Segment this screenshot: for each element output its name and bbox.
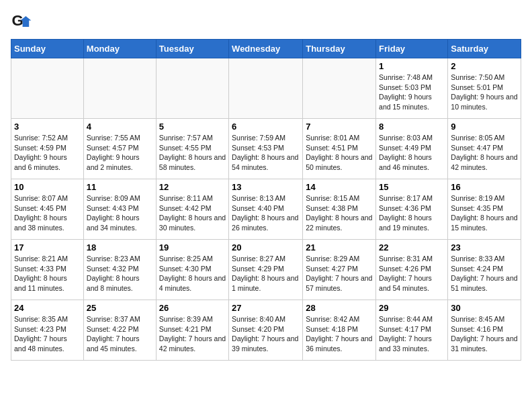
day-info: Sunrise: 8:17 AM Sunset: 4:36 PM Dayligh… [379, 193, 445, 233]
calendar-cell [11, 58, 84, 119]
calendar-table: SundayMondayTuesdayWednesdayThursdayFrid… [11, 39, 521, 361]
calendar-cell: 18Sunrise: 8:23 AM Sunset: 4:32 PM Dayli… [83, 240, 156, 300]
day-number: 24 [14, 303, 81, 313]
day-info: Sunrise: 7:48 AM Sunset: 5:03 PM Dayligh… [379, 73, 445, 112]
day-info: Sunrise: 8:03 AM Sunset: 4:49 PM Dayligh… [379, 133, 445, 173]
calendar-week-row: 1Sunrise: 7:48 AM Sunset: 5:03 PM Daylig… [11, 58, 521, 119]
calendar-cell: 8Sunrise: 8:03 AM Sunset: 4:49 PM Daylig… [376, 119, 448, 179]
day-info: Sunrise: 8:25 AM Sunset: 4:30 PM Dayligh… [159, 254, 226, 293]
day-info: Sunrise: 8:11 AM Sunset: 4:42 PM Dayligh… [159, 193, 226, 233]
day-number: 9 [451, 122, 518, 132]
day-info: Sunrise: 8:45 AM Sunset: 4:16 PM Dayligh… [451, 314, 518, 354]
day-number: 11 [87, 182, 153, 192]
weekday-header: Thursday [303, 40, 376, 58]
day-info: Sunrise: 8:42 AM Sunset: 4:18 PM Dayligh… [306, 314, 373, 354]
day-info: Sunrise: 8:09 AM Sunset: 4:43 PM Dayligh… [87, 193, 153, 233]
calendar-cell: 12Sunrise: 8:11 AM Sunset: 4:42 PM Dayli… [156, 179, 228, 240]
calendar-week-row: 10Sunrise: 8:07 AM Sunset: 4:45 PM Dayli… [11, 179, 521, 240]
day-info: Sunrise: 7:52 AM Sunset: 4:59 PM Dayligh… [14, 133, 81, 173]
day-info: Sunrise: 8:15 AM Sunset: 4:38 PM Dayligh… [306, 193, 373, 233]
calendar-cell: 7Sunrise: 8:01 AM Sunset: 4:51 PM Daylig… [303, 119, 376, 179]
calendar-cell: 25Sunrise: 8:37 AM Sunset: 4:22 PM Dayli… [83, 300, 156, 361]
day-number: 16 [451, 182, 518, 192]
calendar-cell: 6Sunrise: 7:59 AM Sunset: 4:53 PM Daylig… [229, 119, 303, 179]
day-number: 27 [232, 303, 300, 313]
logo-icon: G [11, 11, 32, 32]
day-info: Sunrise: 8:27 AM Sunset: 4:29 PM Dayligh… [232, 254, 300, 293]
calendar-cell: 10Sunrise: 8:07 AM Sunset: 4:45 PM Dayli… [11, 179, 84, 240]
day-info: Sunrise: 8:33 AM Sunset: 4:24 PM Dayligh… [451, 254, 518, 293]
calendar-cell: 3Sunrise: 7:52 AM Sunset: 4:59 PM Daylig… [11, 119, 84, 179]
day-info: Sunrise: 7:55 AM Sunset: 4:57 PM Dayligh… [87, 133, 153, 173]
day-number: 6 [232, 122, 300, 132]
calendar-cell: 29Sunrise: 8:44 AM Sunset: 4:17 PM Dayli… [376, 300, 448, 361]
day-number: 10 [14, 182, 81, 192]
calendar-cell: 26Sunrise: 8:39 AM Sunset: 4:21 PM Dayli… [156, 300, 228, 361]
calendar-week-row: 17Sunrise: 8:21 AM Sunset: 4:33 PM Dayli… [11, 240, 521, 300]
calendar-cell: 19Sunrise: 8:25 AM Sunset: 4:30 PM Dayli… [156, 240, 228, 300]
day-info: Sunrise: 7:59 AM Sunset: 4:53 PM Dayligh… [232, 133, 300, 173]
day-number: 5 [159, 122, 226, 132]
calendar-cell: 30Sunrise: 8:45 AM Sunset: 4:16 PM Dayli… [448, 300, 521, 361]
calendar-cell: 13Sunrise: 8:13 AM Sunset: 4:40 PM Dayli… [229, 179, 303, 240]
day-info: Sunrise: 8:39 AM Sunset: 4:21 PM Dayligh… [159, 314, 226, 354]
day-number: 15 [379, 182, 445, 192]
day-info: Sunrise: 8:23 AM Sunset: 4:32 PM Dayligh… [87, 254, 153, 293]
logo: G [11, 11, 36, 32]
calendar-cell: 22Sunrise: 8:31 AM Sunset: 4:26 PM Dayli… [376, 240, 448, 300]
day-info: Sunrise: 8:21 AM Sunset: 4:33 PM Dayligh… [14, 254, 81, 293]
calendar-week-row: 24Sunrise: 8:35 AM Sunset: 4:23 PM Dayli… [11, 300, 521, 361]
day-info: Sunrise: 8:07 AM Sunset: 4:45 PM Dayligh… [14, 193, 81, 233]
weekday-header: Wednesday [229, 40, 303, 58]
day-number: 21 [306, 242, 373, 253]
day-number: 20 [232, 242, 300, 253]
calendar-cell: 2Sunrise: 7:50 AM Sunset: 5:01 PM Daylig… [448, 58, 521, 119]
calendar-cell: 23Sunrise: 8:33 AM Sunset: 4:24 PM Dayli… [448, 240, 521, 300]
weekday-header-row: SundayMondayTuesdayWednesdayThursdayFrid… [11, 40, 521, 58]
day-number: 3 [14, 122, 81, 132]
day-number: 7 [306, 122, 373, 132]
day-number: 30 [451, 303, 518, 313]
calendar-cell [156, 58, 228, 119]
weekday-header: Tuesday [156, 40, 228, 58]
day-info: Sunrise: 8:44 AM Sunset: 4:17 PM Dayligh… [379, 314, 445, 354]
day-info: Sunrise: 8:31 AM Sunset: 4:26 PM Dayligh… [379, 254, 445, 293]
calendar-cell: 27Sunrise: 8:40 AM Sunset: 4:20 PM Dayli… [229, 300, 303, 361]
day-number: 14 [306, 182, 373, 192]
weekday-header: Friday [376, 40, 448, 58]
calendar-cell [303, 58, 376, 119]
day-info: Sunrise: 8:29 AM Sunset: 4:27 PM Dayligh… [306, 254, 373, 293]
calendar-cell: 20Sunrise: 8:27 AM Sunset: 4:29 PM Dayli… [229, 240, 303, 300]
day-info: Sunrise: 8:13 AM Sunset: 4:40 PM Dayligh… [232, 193, 300, 233]
day-info: Sunrise: 8:40 AM Sunset: 4:20 PM Dayligh… [232, 314, 300, 354]
day-number: 4 [87, 122, 153, 132]
day-number: 25 [87, 303, 153, 313]
calendar-cell: 14Sunrise: 8:15 AM Sunset: 4:38 PM Dayli… [303, 179, 376, 240]
day-info: Sunrise: 8:35 AM Sunset: 4:23 PM Dayligh… [14, 314, 81, 354]
day-number: 19 [159, 242, 226, 253]
calendar-cell [229, 58, 303, 119]
day-info: Sunrise: 8:05 AM Sunset: 4:47 PM Dayligh… [451, 133, 518, 173]
calendar-cell: 9Sunrise: 8:05 AM Sunset: 4:47 PM Daylig… [448, 119, 521, 179]
day-number: 12 [159, 182, 226, 192]
day-number: 29 [379, 303, 445, 313]
day-info: Sunrise: 7:57 AM Sunset: 4:55 PM Dayligh… [159, 133, 226, 173]
day-number: 2 [451, 61, 518, 71]
calendar-cell: 28Sunrise: 8:42 AM Sunset: 4:18 PM Dayli… [303, 300, 376, 361]
day-number: 1 [379, 61, 445, 71]
calendar-cell: 4Sunrise: 7:55 AM Sunset: 4:57 PM Daylig… [83, 119, 156, 179]
svg-text:G: G [12, 12, 24, 29]
day-info: Sunrise: 8:37 AM Sunset: 4:22 PM Dayligh… [87, 314, 153, 354]
day-number: 17 [14, 242, 81, 253]
calendar-cell: 24Sunrise: 8:35 AM Sunset: 4:23 PM Dayli… [11, 300, 84, 361]
weekday-header: Sunday [11, 40, 84, 58]
day-number: 13 [232, 182, 300, 192]
day-info: Sunrise: 8:19 AM Sunset: 4:35 PM Dayligh… [451, 193, 518, 233]
day-number: 18 [87, 242, 153, 253]
day-info: Sunrise: 7:50 AM Sunset: 5:01 PM Dayligh… [451, 73, 518, 112]
calendar-cell: 21Sunrise: 8:29 AM Sunset: 4:27 PM Dayli… [303, 240, 376, 300]
calendar-cell: 1Sunrise: 7:48 AM Sunset: 5:03 PM Daylig… [376, 58, 448, 119]
calendar-week-row: 3Sunrise: 7:52 AM Sunset: 4:59 PM Daylig… [11, 119, 521, 179]
day-number: 22 [379, 242, 445, 253]
page-header: G [11, 11, 521, 32]
